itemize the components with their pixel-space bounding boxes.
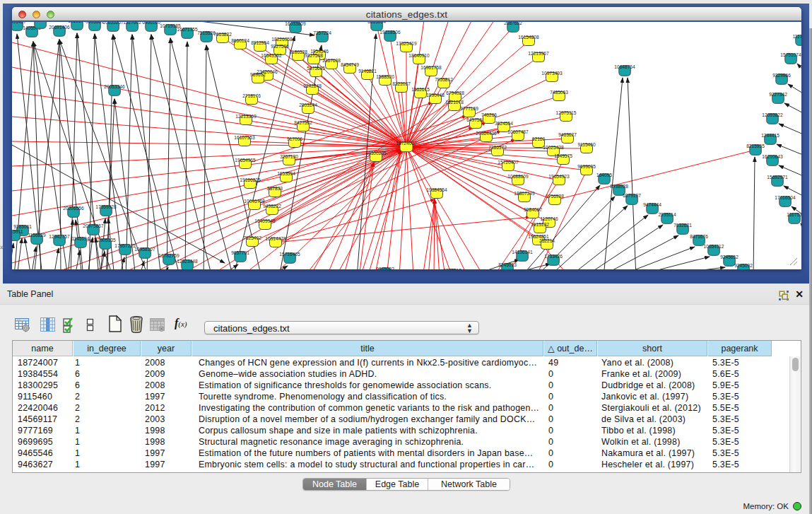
svg-text:3624554: 3624554 (495, 121, 513, 126)
svg-text:2687682: 2687682 (504, 22, 522, 25)
svg-text:12093822: 12093822 (762, 112, 783, 117)
svg-text:8427552: 8427552 (294, 120, 312, 125)
svg-text:16961758: 16961758 (420, 65, 442, 70)
svg-text:9463627: 9463627 (558, 132, 577, 137)
svg-text:8454749: 8454749 (341, 62, 359, 67)
svg-text:10655267: 10655267 (102, 22, 124, 25)
svg-text:15716465: 15716465 (279, 252, 300, 257)
svg-text:1069174: 1069174 (68, 22, 86, 23)
svg-text:9185061: 9185061 (13, 224, 32, 229)
svg-text:9645092: 9645092 (376, 267, 394, 269)
svg-text:164095: 164095 (596, 173, 612, 177)
svg-text:1549575: 1549575 (554, 153, 572, 158)
svg-text:12905135: 12905135 (95, 238, 116, 243)
svg-text:7485063: 7485063 (550, 90, 568, 95)
svg-text:62160: 62160 (532, 136, 546, 141)
svg-text:1615132: 1615132 (531, 222, 549, 227)
svg-text:1621078: 1621078 (445, 100, 464, 105)
svg-text:16543362: 16543362 (261, 53, 282, 58)
svg-text:8322037: 8322037 (392, 81, 411, 86)
svg-text:10688609: 10688609 (507, 174, 529, 179)
svg-text:9699695: 9699695 (577, 164, 596, 169)
svg-text:1244415: 1244415 (761, 133, 779, 138)
svg-text:7386372: 7386372 (488, 145, 507, 150)
svg-text:9605581: 9605581 (86, 22, 104, 24)
svg-text:20975867: 20975867 (83, 223, 104, 228)
svg-text:18300295: 18300295 (365, 151, 387, 156)
svg-text:10973493: 10973493 (541, 71, 563, 76)
svg-text:9115460: 9115460 (577, 142, 596, 147)
svg-text:9084067: 9084067 (524, 207, 542, 212)
svg-text:9242848: 9242848 (303, 83, 322, 88)
svg-text:1145194: 1145194 (71, 236, 90, 241)
svg-text:9327508: 9327508 (305, 53, 323, 58)
svg-text:19384554: 19384554 (426, 187, 447, 192)
svg-text:1653594: 1653594 (277, 171, 295, 176)
svg-text:10607487: 10607487 (507, 129, 529, 134)
svg-text:9146821: 9146821 (358, 69, 377, 74)
svg-text:18226058: 18226058 (271, 37, 293, 42)
svg-text:12213369: 12213369 (235, 114, 257, 119)
svg-text:2803144: 2803144 (299, 103, 317, 107)
svg-text:3267130: 3267130 (280, 154, 298, 159)
svg-text:9245013: 9245013 (443, 268, 461, 269)
svg-text:9756928: 9756928 (546, 194, 564, 199)
svg-text:1120746: 1120746 (540, 216, 558, 221)
svg-text:16033809: 16033809 (285, 22, 306, 26)
svg-text:6497568: 6497568 (466, 117, 485, 122)
svg-text:1117404: 1117404 (793, 34, 801, 39)
svg-text:9329966: 9329966 (772, 73, 791, 78)
svg-text:16210643: 16210643 (762, 154, 783, 159)
svg-text:16107553: 16107553 (234, 135, 255, 140)
svg-text:1527602: 1527602 (123, 22, 141, 25)
svg-text:19218506: 19218506 (379, 30, 401, 35)
svg-text:18724007: 18724007 (396, 141, 417, 146)
svg-text:9245092: 9245092 (734, 263, 753, 268)
svg-text:10958107: 10958107 (134, 247, 155, 252)
svg-text:7357224: 7357224 (313, 30, 331, 35)
svg-text:12942757: 12942757 (49, 234, 70, 239)
svg-text:2935114: 2935114 (658, 212, 676, 217)
svg-text:19166825: 19166825 (240, 177, 261, 182)
svg-text:10025438: 10025438 (543, 145, 564, 150)
svg-text:8215955: 8215955 (746, 144, 765, 148)
svg-text:18640910: 18640910 (408, 53, 430, 58)
svg-text:989612: 989612 (250, 72, 266, 77)
svg-text:16914479: 16914479 (265, 236, 286, 241)
svg-text:8660124: 8660124 (231, 38, 249, 43)
svg-text:15751074: 15751074 (780, 52, 801, 57)
svg-text:7663822: 7663822 (213, 32, 232, 37)
svg-text:2718176: 2718176 (242, 93, 261, 98)
svg-text:16154808: 16154808 (518, 35, 539, 40)
svg-text:1562615: 1562615 (411, 87, 430, 92)
svg-text:10046768: 10046768 (244, 199, 265, 204)
svg-text:15720407: 15720407 (498, 160, 519, 165)
svg-text:20691406: 20691406 (49, 25, 70, 30)
svg-text:10648764: 10648764 (614, 64, 635, 69)
svg-text:18807249: 18807249 (514, 191, 535, 196)
svg-text:887833: 887833 (267, 186, 283, 191)
svg-text:746266: 746266 (481, 112, 497, 117)
svg-text:19654923: 19654923 (548, 174, 570, 179)
svg-text:9245652: 9245652 (720, 255, 739, 259)
svg-text:9474444: 9474444 (643, 202, 661, 207)
svg-text:8912954: 8912954 (251, 40, 269, 45)
svg-text:17359928: 17359928 (95, 204, 117, 209)
svg-text:252214: 252214 (539, 238, 555, 243)
svg-text:20206556: 20206556 (63, 206, 84, 211)
svg-text:1156829: 1156829 (28, 233, 46, 238)
svg-text:1901457: 1901457 (12, 22, 26, 24)
svg-text:8938928: 8938928 (610, 184, 628, 189)
svg-text:8471676: 8471676 (690, 234, 708, 239)
svg-text:8813054: 8813054 (367, 22, 386, 24)
svg-text:13325419: 13325419 (396, 41, 417, 46)
svg-text:6466160: 6466160 (142, 22, 160, 25)
svg-text:15692971: 15692971 (767, 175, 788, 180)
svg-text:17016504: 17016504 (775, 195, 796, 200)
svg-text:8245013: 8245013 (498, 262, 517, 267)
svg-text:1733426: 1733426 (544, 254, 563, 259)
svg-text:7632621: 7632621 (673, 223, 692, 228)
svg-text:19654965: 19654965 (235, 158, 256, 163)
svg-text:1990448: 1990448 (426, 93, 445, 98)
svg-text:1588520: 1588520 (376, 74, 394, 79)
